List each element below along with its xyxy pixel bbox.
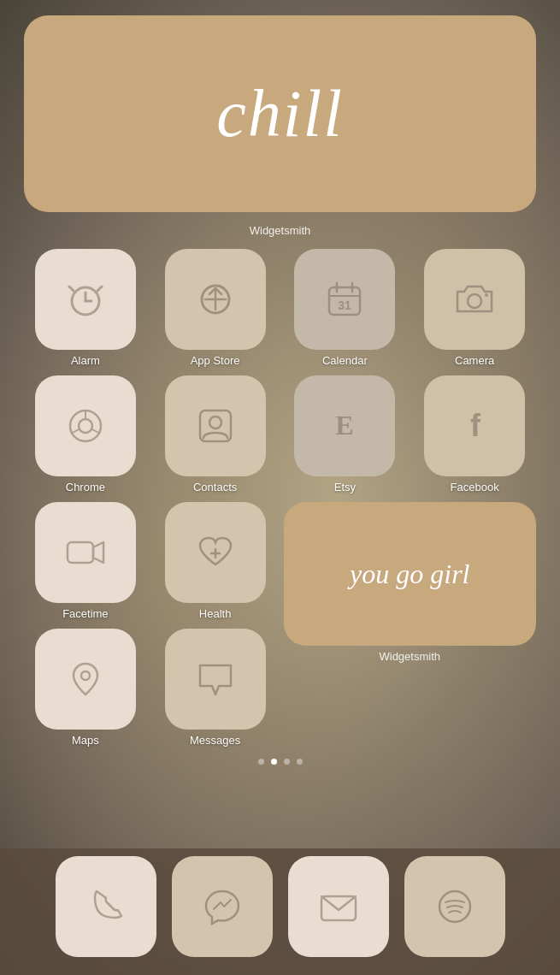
widget-ygg-container[interactable]: you go girl Widgetsmith bbox=[284, 502, 537, 747]
svg-text:31: 31 bbox=[339, 298, 352, 312]
messages-icon-bg bbox=[165, 629, 266, 730]
health-icon bbox=[193, 530, 238, 575]
facetime-label: Facetime bbox=[62, 607, 108, 620]
svg-line-3 bbox=[69, 287, 74, 291]
app-facebook[interactable]: f Facebook bbox=[413, 375, 536, 493]
svg-point-21 bbox=[209, 417, 221, 428]
svg-text:E: E bbox=[336, 410, 354, 440]
camera-label: Camera bbox=[455, 354, 494, 367]
dot-2 bbox=[271, 759, 277, 765]
widget-chill[interactable]: chill bbox=[24, 15, 536, 212]
app-calendar[interactable]: 31 Calendar bbox=[284, 249, 407, 367]
alarm-label: Alarm bbox=[71, 354, 100, 367]
svg-text:f: f bbox=[470, 408, 481, 443]
facetime-icon-bg bbox=[35, 502, 136, 603]
dot-3 bbox=[284, 759, 290, 765]
widgetsmith-label-ygg: Widgetsmith bbox=[379, 650, 440, 663]
app-appstore[interactable]: App Store bbox=[154, 249, 277, 367]
health-icon-bg bbox=[165, 502, 266, 603]
contacts-label: Contacts bbox=[193, 481, 237, 493]
svg-point-13 bbox=[468, 294, 481, 308]
appstore-label: App Store bbox=[191, 354, 240, 367]
app-camera[interactable]: Camera bbox=[413, 249, 536, 367]
messages-icon bbox=[193, 657, 238, 701]
chrome-label: Chrome bbox=[66, 481, 105, 493]
alarm-icon bbox=[63, 277, 108, 322]
widgetsmith-label-top: Widgetsmith bbox=[250, 224, 311, 237]
app-grid-row1: Alarm App Store 31 bbox=[24, 249, 536, 493]
app-maps[interactable]: Maps bbox=[24, 629, 147, 747]
calendar-icon: 31 bbox=[322, 277, 367, 322]
svg-point-14 bbox=[485, 293, 488, 297]
svg-line-4 bbox=[97, 287, 102, 291]
maps-icon bbox=[63, 657, 108, 701]
maps-icon-bg bbox=[35, 629, 136, 730]
dot-1 bbox=[258, 759, 264, 765]
contacts-icon-bg bbox=[165, 375, 266, 476]
camera-icon bbox=[452, 277, 497, 322]
facetime-icon bbox=[63, 530, 108, 575]
health-label: Health bbox=[199, 607, 232, 620]
svg-point-16 bbox=[79, 419, 92, 433]
messages-label: Messages bbox=[190, 734, 240, 747]
facebook-icon: f bbox=[452, 404, 497, 448]
chrome-icon-bg bbox=[35, 375, 136, 476]
etsy-icon-bg: E bbox=[294, 375, 395, 476]
contacts-icon bbox=[193, 404, 238, 448]
app-facetime[interactable]: Facetime bbox=[24, 502, 147, 620]
page-dots bbox=[258, 759, 303, 765]
app-contacts[interactable]: Contacts bbox=[154, 375, 277, 493]
ygg-text: you go girl bbox=[350, 558, 469, 590]
app-etsy[interactable]: E Etsy bbox=[284, 375, 407, 493]
app-health[interactable]: Health bbox=[154, 502, 277, 620]
alarm-icon-bg bbox=[35, 249, 136, 350]
chrome-icon bbox=[63, 404, 108, 448]
dot-4 bbox=[297, 759, 303, 765]
calendar-label: Calendar bbox=[322, 354, 368, 367]
facebook-icon-bg: f bbox=[424, 375, 525, 476]
facebook-label: Facebook bbox=[451, 481, 499, 493]
app-messages[interactable]: Messages bbox=[154, 629, 277, 747]
svg-rect-24 bbox=[68, 542, 93, 563]
appstore-icon-bg bbox=[165, 249, 266, 350]
etsy-icon: E bbox=[322, 404, 367, 448]
app-chrome[interactable]: Chrome bbox=[24, 375, 147, 493]
svg-point-27 bbox=[81, 671, 90, 680]
app-alarm[interactable]: Alarm bbox=[24, 249, 147, 367]
widget-ygg: you go girl bbox=[284, 502, 537, 646]
mixed-row-1: Facetime Health you go girl Widgetsmith bbox=[24, 502, 536, 747]
home-screen: chill Widgetsmith Alarm bbox=[0, 0, 560, 975]
appstore-icon bbox=[193, 277, 238, 322]
camera-icon-bg bbox=[424, 249, 525, 350]
calendar-icon-bg: 31 bbox=[294, 249, 395, 350]
chill-label: chill bbox=[216, 75, 344, 152]
etsy-label: Etsy bbox=[334, 481, 356, 493]
maps-label: Maps bbox=[72, 734, 99, 747]
